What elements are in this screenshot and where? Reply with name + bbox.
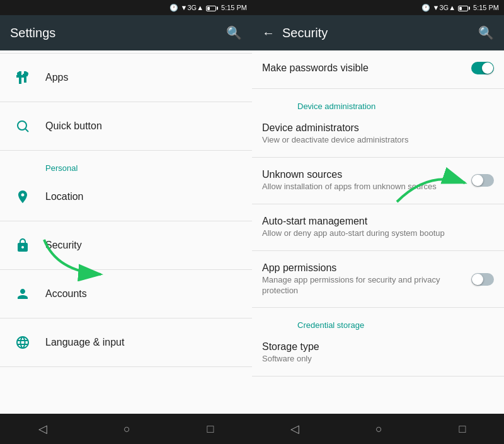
- auto-start-text: Auto-start management Allow or deny app …: [262, 216, 494, 239]
- sidebar-item-accounts[interactable]: Accounts: [0, 272, 252, 315]
- svg-point-2: [18, 121, 26, 130]
- storage-type-subtitle: Software only: [262, 354, 494, 365]
- sidebar-item-language[interactable]: Language & input: [0, 321, 252, 364]
- divider-autostart: [252, 250, 504, 251]
- svg-line-3: [26, 129, 29, 132]
- divider-accounts: [0, 318, 252, 318]
- language-icon: [10, 330, 35, 355]
- divider-quick: [0, 150, 252, 151]
- make-passwords-toggle[interactable]: [471, 62, 494, 74]
- right-panel: 🕐 ▼3G▲ 5:15 PM ← Security 🔍 Make passwor…: [252, 0, 504, 444]
- left-recent-nav[interactable]: □: [192, 418, 229, 441]
- divider-apps: [0, 102, 252, 102]
- right-recent-nav[interactable]: □: [444, 418, 481, 441]
- app-permissions-subtitle: Manage app permissions for security and …: [262, 275, 466, 296]
- device-administrators-item[interactable]: Device administrators View or deactivate…: [252, 114, 504, 155]
- language-text: Language & input: [45, 337, 242, 348]
- section-personal: Personal: [0, 153, 252, 175]
- right-battery-indicator: [458, 4, 468, 11]
- unknown-sources-item[interactable]: Unknown sources Allow installation of ap…: [252, 160, 504, 201]
- make-passwords-label: Make passwords visible: [262, 62, 466, 74]
- unknown-sources-toggle[interactable]: [471, 174, 494, 187]
- signal-icon: ▼3G▲: [181, 4, 203, 11]
- language-label: Language & input: [45, 337, 242, 348]
- app-permissions-item[interactable]: App permissions Manage app permissions f…: [252, 254, 504, 305]
- unknown-sources-text: Unknown sources Allow installation of ap…: [262, 169, 466, 192]
- app-permissions-label: App permissions: [262, 262, 466, 274]
- right-signal-icon: ▼3G▲: [433, 4, 455, 11]
- accounts-label: Accounts: [45, 288, 242, 300]
- location-icon: [10, 184, 35, 209]
- right-content: Make passwords visible Device administra…: [252, 50, 504, 414]
- divider-location: [0, 221, 252, 221]
- left-content: Apps Quick button Personal: [0, 50, 252, 414]
- left-header-title: Settings: [10, 26, 226, 40]
- make-passwords-text: Make passwords visible: [262, 62, 466, 74]
- security-label: Security: [45, 240, 242, 251]
- unknown-sources-subtitle: Allow installation of apps from unknown …: [262, 182, 466, 192]
- svg-point-1: [25, 72, 28, 76]
- auto-start-item[interactable]: Auto-start management Allow or deny app …: [252, 207, 504, 248]
- apps-text: Apps: [45, 72, 242, 83]
- app-permissions-text: App permissions Manage app permissions f…: [262, 262, 466, 296]
- divider-storage: [252, 376, 504, 377]
- left-home-nav[interactable]: ○: [108, 418, 146, 441]
- battery-indicator: [206, 4, 216, 11]
- right-alarm-icon: 🕐: [421, 4, 430, 12]
- storage-type-label: Storage type: [262, 341, 494, 353]
- right-home-nav[interactable]: ○: [360, 418, 398, 441]
- right-back-button[interactable]: ←: [262, 26, 275, 40]
- divider-passwords: [252, 88, 504, 89]
- right-bottom-nav: ◁ ○ □: [252, 414, 504, 444]
- security-text: Security: [45, 240, 242, 251]
- storage-type-item[interactable]: Storage type Software only: [252, 332, 504, 373]
- right-status-bar: 🕐 ▼3G▲ 5:15 PM: [252, 0, 504, 15]
- divider-security: [0, 269, 252, 270]
- top-divider: [0, 53, 252, 54]
- sidebar-item-quick-button[interactable]: Quick button: [0, 105, 252, 148]
- left-header: Settings 🔍: [0, 15, 252, 50]
- make-passwords-knob: [482, 62, 493, 74]
- app-permissions-toggle[interactable]: [471, 273, 494, 286]
- sidebar-item-apps[interactable]: Apps: [0, 56, 252, 99]
- accounts-text: Accounts: [45, 288, 242, 300]
- sidebar-item-location[interactable]: Location: [0, 175, 252, 218]
- right-back-nav[interactable]: ◁: [275, 417, 314, 441]
- unknown-sources-label: Unknown sources: [262, 169, 466, 180]
- storage-type-text: Storage type Software only: [262, 341, 494, 365]
- quick-button-icon: [10, 114, 35, 139]
- app-permissions-knob: [472, 274, 483, 285]
- security-icon: [10, 233, 35, 258]
- device-administrators-label: Device administrators: [262, 122, 494, 134]
- right-header: ← Security 🔍: [252, 15, 504, 50]
- location-text: Location: [45, 191, 242, 202]
- quick-button-text: Quick button: [45, 120, 242, 132]
- auto-start-subtitle: Allow or deny app auto-start during syst…: [262, 228, 494, 239]
- left-time: 5:15 PM: [221, 4, 247, 11]
- settings-panel: 🕐 ▼3G▲ 5:15 PM Settings 🔍 Apps: [0, 0, 252, 444]
- quick-button-label: Quick button: [45, 120, 242, 132]
- left-panel: 🕐 ▼3G▲ 5:15 PM Settings 🔍 Apps: [0, 0, 252, 444]
- divider-device-admin: [252, 157, 504, 158]
- make-passwords-item[interactable]: Make passwords visible: [252, 50, 504, 86]
- accounts-icon: [10, 281, 35, 307]
- section-device-admin: Device administration: [252, 91, 504, 114]
- device-administrators-text: Device administrators View or deactivate…: [262, 122, 494, 146]
- divider-unknown: [252, 204, 504, 204]
- sidebar-item-security[interactable]: Security: [0, 224, 252, 267]
- left-back-nav[interactable]: ◁: [23, 417, 62, 441]
- device-administrators-subtitle: View or deactivate device administrators: [262, 135, 494, 146]
- svg-point-0: [17, 72, 21, 76]
- divider-language: [0, 366, 252, 367]
- location-label: Location: [45, 191, 242, 202]
- section-credential: Credential storage: [252, 310, 504, 332]
- auto-start-label: Auto-start management: [262, 216, 494, 227]
- left-search-icon[interactable]: 🔍: [226, 25, 242, 40]
- divider-app-perms: [252, 307, 504, 308]
- right-search-icon[interactable]: 🔍: [478, 25, 494, 40]
- alarm-icon: 🕐: [169, 4, 178, 12]
- unknown-sources-knob: [472, 175, 483, 186]
- right-header-title: Security: [282, 26, 478, 40]
- left-bottom-nav: ◁ ○ □: [0, 414, 252, 444]
- apps-icon: [10, 65, 35, 90]
